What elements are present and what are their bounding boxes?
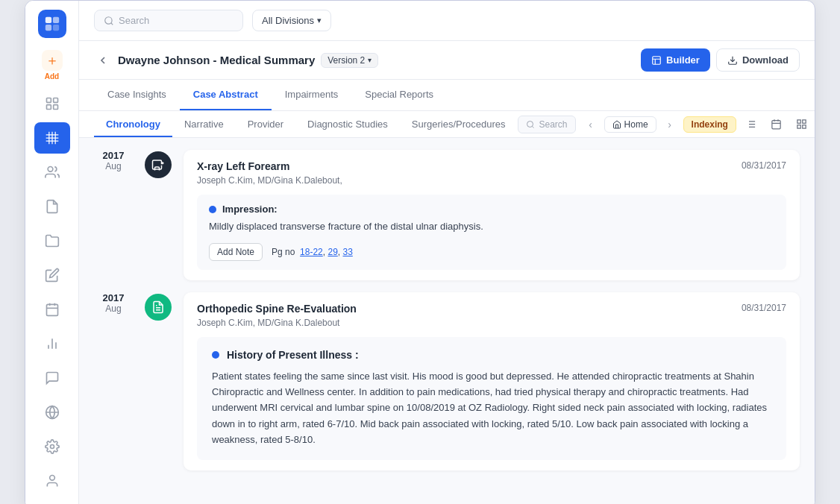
- impression-block: Impression: Mildly displaced transverse …: [197, 195, 786, 270]
- timeline-icon-xray: [145, 151, 172, 178]
- add-icon: ＋: [42, 50, 63, 71]
- sidebar-item-profile[interactable]: [34, 465, 70, 497]
- pg-no: Pg no 18-22, 29, 33: [272, 247, 353, 257]
- timeline-item: 2017 Aug X-ray Left Forearm 08/31/2017 J…: [94, 150, 800, 280]
- subtab-provider[interactable]: Provider: [236, 111, 295, 137]
- divisions-dropdown[interactable]: All Divisions ▾: [252, 10, 331, 31]
- sidebar-item-chart[interactable]: [34, 328, 70, 359]
- download-button[interactable]: Download: [716, 48, 800, 72]
- builder-icon: [651, 55, 662, 66]
- add-button[interactable]: ＋ Add: [36, 45, 69, 85]
- chevron-down-icon: ▾: [317, 16, 322, 25]
- timeline-month: Aug: [94, 303, 133, 314]
- main-tabs: Case Insights Case Abstract Impairments …: [79, 80, 815, 111]
- svg-rect-39: [803, 120, 806, 123]
- subtab-chronology[interactable]: Chronology: [94, 111, 172, 137]
- blue-dot: [212, 351, 219, 359]
- timeline-month: Aug: [94, 161, 133, 171]
- tab-case-insights[interactable]: Case Insights: [94, 80, 180, 110]
- subtab-search[interactable]: Search: [518, 116, 576, 133]
- indexing-label: Indexing: [692, 119, 728, 130]
- tab-case-abstract[interactable]: Case Abstract: [180, 80, 272, 110]
- sidebar-item-globe[interactable]: [34, 397, 70, 428]
- svg-rect-4: [46, 98, 51, 103]
- grid-icon-button[interactable]: [792, 114, 812, 135]
- sidebar-item-notes[interactable]: [34, 259, 70, 291]
- calendar-icon-button[interactable]: [766, 114, 787, 135]
- svg-rect-38: [797, 120, 800, 123]
- timeline-card: Orthopedic Spine Re-Evaluation 08/31/201…: [184, 292, 800, 470]
- pg-link-1[interactable]: 18-22: [300, 247, 323, 257]
- builder-button[interactable]: Builder: [641, 48, 710, 72]
- home-label: Home: [624, 119, 648, 130]
- timeline-date: 2017 Aug: [94, 150, 133, 280]
- timeline-date: 2017 Aug: [94, 292, 133, 470]
- add-note-button[interactable]: Add Note: [209, 243, 263, 261]
- sidebar-item-users[interactable]: [34, 157, 70, 188]
- svg-point-8: [48, 167, 53, 172]
- sidebar-item-calendar[interactable]: [34, 294, 70, 325]
- home-badge[interactable]: Home: [604, 116, 656, 133]
- sidebar-item-grid[interactable]: [34, 122, 70, 154]
- home-icon: [612, 120, 621, 129]
- svg-rect-22: [653, 56, 661, 64]
- svg-rect-3: [52, 25, 58, 31]
- svg-rect-5: [53, 98, 57, 103]
- topbar: Search All Divisions ▾: [79, 1, 815, 41]
- sidebar-item-folder[interactable]: [34, 225, 70, 256]
- content-area: 2017 Aug X-ray Left Forearm 08/31/2017 J…: [79, 138, 815, 504]
- impression-header: Impression:: [209, 204, 774, 215]
- history-header: History of Present Illness :: [212, 349, 771, 361]
- blue-dot: [209, 206, 216, 213]
- card-title: Orthopedic Spine Re-Evaluation: [197, 303, 357, 315]
- svg-line-21: [111, 22, 113, 25]
- divisions-label: All Divisions: [262, 15, 314, 26]
- add-note-label: Add Note: [217, 247, 254, 257]
- impression-label: Impression:: [222, 204, 278, 215]
- search-box[interactable]: Search: [94, 10, 243, 31]
- version-badge[interactable]: Version 2 ▾: [321, 53, 378, 68]
- timeline: 2017 Aug X-ray Left Forearm 08/31/2017 J…: [79, 138, 815, 494]
- svg-rect-7: [53, 105, 57, 110]
- subtab-narrative[interactable]: Narrative: [172, 111, 236, 137]
- svg-rect-6: [46, 105, 51, 110]
- pg-link-2[interactable]: 29: [327, 247, 337, 257]
- subtab-actions: ‹ Home › Indexing: [582, 114, 812, 135]
- subtab-surgeries[interactable]: Surgeries/Procedures: [400, 111, 518, 137]
- subtab-diagnostic[interactable]: Diagnostic Studies: [295, 111, 400, 137]
- sidebar-item-chat[interactable]: [34, 362, 70, 394]
- doc-title: Dwayne Johnson - Medical Summary: [118, 54, 315, 66]
- app-logo[interactable]: [38, 10, 66, 38]
- indexing-badge[interactable]: Indexing: [683, 116, 736, 133]
- timeline-item-body: Orthopedic Spine Re-Evaluation 08/31/201…: [184, 292, 800, 470]
- pg-link-3[interactable]: 33: [342, 247, 352, 257]
- sidebar-item-docs[interactable]: [34, 191, 70, 222]
- svg-point-19: [49, 476, 54, 481]
- list-icon-button[interactable]: [741, 114, 762, 135]
- card-provider: Joseph C.Kim, MD/Gina K.Dalebout: [197, 318, 786, 328]
- back-button[interactable]: [94, 51, 112, 69]
- svg-rect-1: [52, 17, 58, 23]
- svg-rect-34: [772, 121, 780, 129]
- add-label: Add: [45, 72, 59, 81]
- card-provider: Joseph C.Kim, MD/Gina K.Dalebout,: [197, 175, 786, 186]
- history-block: History of Present Illness : Patient sta…: [197, 337, 786, 460]
- tab-special-reports[interactable]: Special Reports: [351, 80, 447, 110]
- timeline-year: 2017: [94, 150, 133, 161]
- tab-impairments[interactable]: Impairments: [272, 80, 352, 110]
- timeline-item-body: X-ray Left Forearm 08/31/2017 Joseph C.K…: [184, 150, 800, 280]
- search-placeholder: Search: [119, 15, 149, 26]
- card-header: X-ray Left Forearm 08/31/2017: [197, 160, 786, 172]
- subtabs: Chronology Narrative Provider Diagnostic…: [79, 111, 815, 138]
- timeline-icon-spine: [145, 294, 172, 321]
- svg-rect-0: [45, 17, 51, 23]
- nav-prev-button[interactable]: ‹: [582, 116, 600, 133]
- timeline-item: 2017 Aug Orthopedic Spine Re-Evaluation …: [94, 292, 800, 470]
- chevron-down-icon: ▾: [368, 56, 372, 64]
- nav-next-button[interactable]: ›: [661, 116, 679, 133]
- card-date: 08/31/2017: [742, 303, 786, 313]
- sidebar-item-home[interactable]: [34, 88, 70, 119]
- svg-rect-40: [797, 125, 800, 128]
- subtab-search-placeholder: Search: [539, 119, 568, 130]
- sidebar-item-settings[interactable]: [34, 431, 70, 462]
